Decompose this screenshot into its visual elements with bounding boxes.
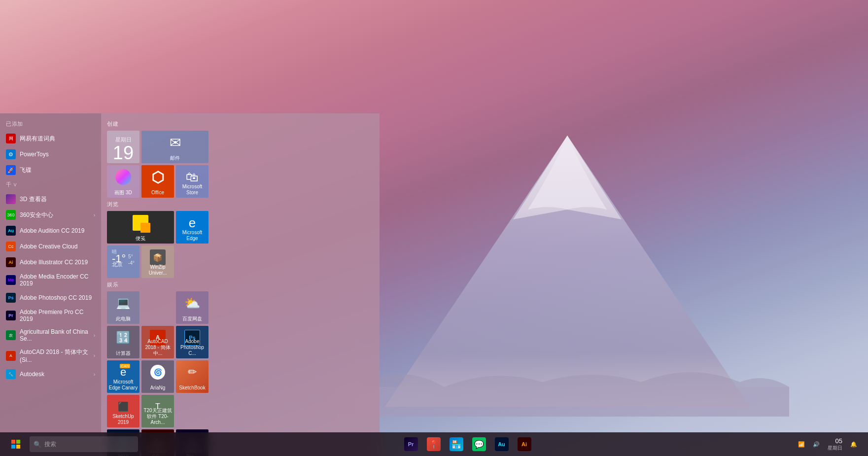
autocad-icon: A bbox=[6, 351, 16, 361]
calculator-icon: 🔢 bbox=[116, 331, 131, 345]
tray-network[interactable]: 📶 bbox=[795, 439, 808, 450]
edge-icon: e bbox=[189, 215, 196, 231]
taskbar-app-maps[interactable]: 📍 bbox=[423, 433, 445, 455]
tile-mail[interactable]: ✉ 邮件 bbox=[141, 131, 208, 163]
create-row-2: 画图 3D ⬡ Office 🛍 Microsoft Store bbox=[107, 165, 374, 198]
wechat-taskbar-icon: 💬 bbox=[472, 437, 486, 451]
tile-sketchup-label: SketchUp 2019 bbox=[107, 414, 139, 425]
tile-photoshop[interactable]: Ps Adobe Photoshop C... bbox=[176, 326, 208, 358]
creative-cloud-icon: Cc bbox=[6, 242, 16, 251]
app-label: 360安全中心 bbox=[20, 211, 53, 219]
pinned-label: 已添加 bbox=[0, 117, 101, 131]
app-360[interactable]: 360 360安全中心 › bbox=[0, 207, 101, 223]
tile-edgecanary-label: Microsoft Edge Canary bbox=[107, 379, 139, 391]
feishu-icon: 🚀 bbox=[6, 165, 16, 175]
tile-sticky-label: 便笺 bbox=[107, 236, 174, 242]
app-label: Adobe Premiere Pro CC 2019 bbox=[20, 309, 95, 322]
taskbar-app-audition[interactable]: Au bbox=[491, 433, 513, 455]
tile-msstore[interactable]: 🛍 Microsoft Store bbox=[176, 165, 208, 198]
expand-arrow: › bbox=[94, 212, 95, 218]
app-creative-cloud[interactable]: Cc Adobe Creative Cloud bbox=[0, 239, 101, 254]
section-browse: 浏览 bbox=[107, 201, 374, 208]
media-encoder-icon: Me bbox=[6, 275, 16, 285]
baidupan-icon: ⛅ bbox=[184, 296, 200, 311]
tile-baidupan[interactable]: ⛅ 百度网盘 bbox=[176, 291, 208, 324]
tile-winzip[interactable]: 📦 WinZip Univer... bbox=[141, 246, 174, 278]
tile-spacer-2 bbox=[176, 395, 208, 427]
notification-button[interactable]: 🔔 bbox=[847, 439, 860, 450]
system-tray: 📶 🔊 05 星期日 🔔 bbox=[795, 435, 864, 454]
ariang-icon: 🌀 bbox=[150, 365, 165, 380]
section-create: 创建 bbox=[107, 120, 374, 128]
entertainment-row-2: 🔢 计算器 A AutoCAD 2018 - 简体中... Ps Adobe P… bbox=[107, 326, 374, 358]
app-feishu[interactable]: 🚀 飞碟 bbox=[0, 162, 101, 178]
pinned-text: 已添加 bbox=[6, 120, 23, 128]
msstore-icon: 🛍 bbox=[186, 170, 199, 185]
tile-sketchup[interactable]: ⬛ SketchUp 2019 bbox=[107, 395, 139, 427]
svg-marker-1 bbox=[513, 136, 622, 219]
tile-ariang[interactable]: 🌀 AriaNg bbox=[141, 360, 174, 393]
app-3dviewer[interactable]: 3D 查看器 bbox=[0, 191, 101, 207]
tile-thispc[interactable]: 💻 此电脑 bbox=[107, 291, 139, 324]
svg-rect-2 bbox=[346, 387, 789, 417]
expand-label: 千 ∨ bbox=[6, 181, 17, 188]
svg-marker-0 bbox=[385, 136, 750, 407]
tile-calendar[interactable]: 星期日 19 bbox=[107, 131, 139, 163]
tile-sketchbook-label: SketchBook bbox=[176, 385, 208, 391]
mountain-svg bbox=[346, 121, 789, 417]
tile-weather[interactable]: 晴 -1° 5°-4° 北京 bbox=[107, 246, 139, 278]
illustrator-taskbar-icon: Ai bbox=[518, 437, 531, 451]
windows-logo-icon bbox=[11, 440, 20, 449]
tile-edge[interactable]: e Microsoft Edge bbox=[176, 211, 208, 244]
weather-range: 5°-4° bbox=[128, 253, 135, 266]
expand-arrow: › bbox=[94, 333, 95, 338]
notification-icon: 🔔 bbox=[850, 441, 857, 447]
taskbar-app-illustrator[interactable]: Ai bbox=[514, 433, 535, 455]
start-button[interactable] bbox=[4, 432, 28, 456]
svg-rect-6 bbox=[16, 445, 20, 449]
svg-rect-3 bbox=[11, 440, 15, 444]
clock-date: 星期日 bbox=[828, 445, 842, 452]
app-label: 网易有道词典 bbox=[20, 135, 55, 143]
paint3d-icon bbox=[115, 169, 131, 185]
taskbar-app-store[interactable]: 🏪 bbox=[446, 433, 467, 455]
app-powertoys[interactable]: ⚙ PowerToys bbox=[0, 146, 101, 162]
app-media-encoder[interactable]: Me Adobe Media Encoder CC 2019 bbox=[0, 270, 101, 290]
illustrator-icon: Ai bbox=[6, 257, 16, 267]
app-photoshop-cc[interactable]: Ps Adobe Photoshop CC 2019 bbox=[0, 290, 101, 306]
app-list-panel: 已添加 网 网易有道词典 ⚙ PowerToys 🚀 飞碟 千 ∨ 3D 查看器… bbox=[0, 113, 101, 456]
clock-display[interactable]: 05 星期日 bbox=[825, 435, 845, 454]
tile-spacer-1 bbox=[141, 291, 174, 324]
tile-office[interactable]: ⬡ Office bbox=[141, 165, 174, 198]
360-icon: 360 bbox=[6, 210, 16, 220]
app-autodesk[interactable]: 🔧 Autodesk › bbox=[0, 366, 101, 382]
audition-icon: Au bbox=[6, 226, 16, 236]
tile-sticky-notes[interactable]: 便笺 bbox=[107, 211, 174, 244]
app-premiere-cc[interactable]: Pr Adobe Premiere Pro CC 2019 bbox=[0, 306, 101, 325]
3dviewer-icon bbox=[6, 194, 16, 204]
app-autocad[interactable]: A AutoCAD 2018 - 简体中文 (Si... › bbox=[0, 345, 101, 366]
taskbar-app-wechat[interactable]: 💬 bbox=[468, 433, 490, 455]
store-taskbar-icon: 🏪 bbox=[450, 437, 463, 451]
app-agribank[interactable]: 农 Agricultural Bank of China Se... › bbox=[0, 325, 101, 345]
office-icon: ⬡ bbox=[151, 169, 164, 186]
app-label: Agricultural Bank of China Se... bbox=[20, 328, 94, 342]
tile-sketchbook[interactable]: ✏ SketchBook bbox=[176, 360, 208, 393]
app-audition-cc[interactable]: Au Adobe Audition CC 2019 bbox=[0, 223, 101, 239]
app-wangyiyoudao[interactable]: 网 网易有道词典 bbox=[0, 131, 101, 146]
photoshop-icon: Ps bbox=[6, 293, 16, 303]
app-label: Adobe Audition CC 2019 bbox=[20, 227, 84, 234]
tile-t20[interactable]: T T20天正建筑软件 T20-Arch... bbox=[141, 395, 174, 427]
app-expand-thousand[interactable]: 千 ∨ bbox=[0, 178, 101, 191]
app-illustrator-cc[interactable]: Ai Adobe Illustrator CC 2019 bbox=[0, 254, 101, 270]
tile-calculator[interactable]: 🔢 计算器 bbox=[107, 326, 139, 358]
taskbar-search[interactable]: 🔍 搜索 bbox=[30, 436, 138, 452]
tray-volume[interactable]: 🔊 bbox=[810, 439, 823, 450]
taskbar-pinned-apps: Pr 📍 🏪 💬 Au Ai bbox=[140, 433, 795, 455]
tile-office-label: Office bbox=[141, 190, 174, 196]
taskbar-app-premiere[interactable]: Pr bbox=[400, 433, 422, 455]
tile-edge-canary[interactable]: e CAN Microsoft Edge Canary bbox=[107, 360, 139, 393]
tile-paint3d[interactable]: 画图 3D bbox=[107, 165, 139, 198]
entertainment-row-4: ⬛ SketchUp 2019 T T20天正建筑软件 T20-Arch... bbox=[107, 395, 374, 427]
tile-autocad-2018[interactable]: A AutoCAD 2018 - 简体中... bbox=[141, 326, 174, 358]
